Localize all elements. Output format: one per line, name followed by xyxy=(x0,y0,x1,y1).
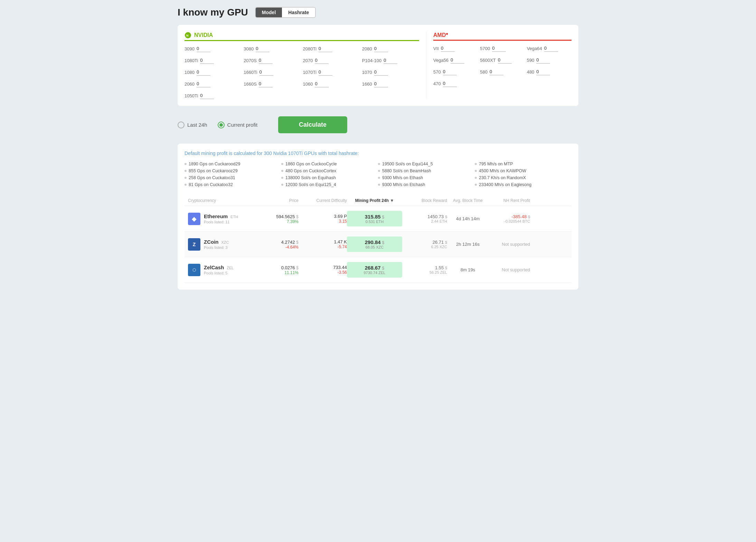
profit-col: 268.67 $ 9730.74 ZEL xyxy=(347,262,402,278)
gpu-input[interactable] xyxy=(536,57,550,64)
gpu-input[interactable] xyxy=(492,45,506,52)
gpu-label: 1660 xyxy=(362,81,372,87)
gpu-input[interactable] xyxy=(197,45,210,52)
nvidia-brand-label: NVIDIA xyxy=(194,32,213,38)
gpu-input[interactable] xyxy=(315,57,329,64)
block-time-col: 8m 19s xyxy=(447,267,489,272)
gpu-input[interactable] xyxy=(498,57,512,64)
coin-details: ZelCash ZEL Pools listed: 5 xyxy=(204,264,234,275)
price-dollar: $ xyxy=(296,214,299,219)
coin-ticker: ZEL xyxy=(227,266,234,270)
table-header: Cryptocurrency Price Current Difficulty … xyxy=(185,195,571,206)
coin-details: Ethereum ETH Pools listed: 11 xyxy=(204,213,238,224)
hashrate-text: 4500 Mh/s on KAWPOW xyxy=(479,168,526,173)
hashrate-bullet xyxy=(281,184,283,186)
block-reward-value: 1.55 $ xyxy=(402,265,447,270)
last24h-option[interactable]: Last 24h xyxy=(178,122,207,128)
gpu-input[interactable] xyxy=(544,45,558,52)
hashrate-bullet xyxy=(475,163,477,165)
amd-gpu-item: Vega56 xyxy=(433,57,478,64)
coin-pools: Pools listed: 11 xyxy=(204,220,238,224)
difficulty-change: -3.56 xyxy=(299,270,347,275)
block-time-col: 2h 12m 16s xyxy=(447,242,489,247)
header-price: Price xyxy=(264,198,299,203)
gpu-input[interactable] xyxy=(197,80,210,87)
gpu-input[interactable] xyxy=(256,45,270,52)
gpu-input[interactable] xyxy=(490,68,503,75)
hashrate-bullet xyxy=(378,177,380,179)
price-value: 0.0276 xyxy=(281,265,295,270)
gpu-input[interactable] xyxy=(374,69,388,76)
nvidia-gpu-item: 1080 xyxy=(185,69,242,76)
gpu-label: 1070 xyxy=(362,70,372,75)
hashrate-item: 138000 Sol/s on Equihash xyxy=(281,175,378,180)
gpu-input[interactable] xyxy=(259,80,273,87)
mode-toggle[interactable]: Model Hashrate xyxy=(255,7,316,18)
profit-dollar: $ xyxy=(382,240,385,245)
gpu-input[interactable] xyxy=(319,69,332,76)
nvidia-header: N NVIDIA xyxy=(185,32,419,41)
gpu-input[interactable] xyxy=(384,57,397,64)
gpu-input[interactable] xyxy=(319,45,332,52)
profit-value: 315.85 xyxy=(365,214,381,220)
difficulty-col: 3.69 P 3.15 xyxy=(299,214,347,224)
gpu-input[interactable] xyxy=(451,57,464,64)
gpu-input[interactable] xyxy=(441,45,455,52)
price-value: 4.2742 xyxy=(281,240,295,245)
gpu-label: 1080Ti xyxy=(185,58,198,63)
price-change: -4.64% xyxy=(264,245,299,250)
price-value: 594.5625 xyxy=(276,214,295,219)
gpu-label: 570 xyxy=(433,69,441,75)
block-time-col: 4d 14h 14m xyxy=(447,216,489,221)
gpu-input[interactable] xyxy=(374,80,388,87)
hashrate-bullet xyxy=(378,163,380,165)
gpu-input[interactable] xyxy=(197,69,210,76)
nvidia-panel: N NVIDIA 3090 3080 2080Ti 2080 1080Ti 20… xyxy=(185,32,426,99)
table-row[interactable]: ◆ Ethereum ETH Pools listed: 11 594.5625… xyxy=(185,206,571,232)
gpu-input[interactable] xyxy=(200,57,214,64)
hashrate-text: 480 Gps on CuckooCortex xyxy=(285,168,336,173)
coin-info: ⬡ ZelCash ZEL Pools listed: 5 xyxy=(188,264,264,276)
table-row[interactable]: ⬡ ZelCash ZEL Pools listed: 5 0.0276 $ 1… xyxy=(185,257,571,283)
header-difficulty: Current Difficulty xyxy=(299,198,347,203)
block-reward-value: 26.71 $ xyxy=(402,240,447,245)
hashrate-text: 230.7 Kh/s on RandomX xyxy=(479,175,526,180)
last24h-label: Last 24h xyxy=(187,122,207,128)
gpu-input[interactable] xyxy=(259,69,273,76)
nh-profit-value: Not supported xyxy=(489,242,530,247)
hashrate-item: 233400 Mh/s on Eaglesong xyxy=(475,182,571,187)
hashrate-bullet xyxy=(185,163,187,165)
gpu-input[interactable] xyxy=(443,68,457,75)
zel-icon: ⬡ xyxy=(188,264,200,276)
gpu-label: 2080 xyxy=(362,46,372,51)
current-profit-option[interactable]: Current profit xyxy=(218,122,258,128)
gpu-label: Vega64 xyxy=(527,46,542,51)
gpu-input[interactable] xyxy=(259,57,273,64)
hashrate-text: 12030 Sol/s on Equi125_4 xyxy=(285,182,336,187)
coin-ticker: XZC xyxy=(221,240,229,244)
current-profit-radio[interactable] xyxy=(218,122,225,128)
profit-dollar: $ xyxy=(382,266,385,271)
gpu-label: 2070S xyxy=(244,58,257,63)
gpu-input[interactable] xyxy=(374,45,388,52)
amd-gpu-item: VII xyxy=(433,45,478,52)
nvidia-gpu-item: 1070 xyxy=(362,69,419,76)
hashrate-text: 19500 Sol/s on Equi144_5 xyxy=(382,162,433,166)
calculate-button[interactable]: Calculate xyxy=(278,116,347,133)
hashrate-item: 1890 Gps on Cuckarood29 xyxy=(185,162,281,166)
model-toggle-btn[interactable]: Model xyxy=(256,8,282,17)
block-reward-sub: 2.44 ETH xyxy=(402,219,447,223)
table-row[interactable]: Z ZCoin XZC Pools listed: 3 4.2742 $ -4.… xyxy=(185,232,571,257)
hashrate-text: 795 Mh/s on MTP xyxy=(479,162,513,166)
last24h-radio[interactable] xyxy=(178,122,185,128)
gpu-input[interactable] xyxy=(200,92,214,99)
hashrate-bullet xyxy=(185,177,187,179)
hashrate-toggle-btn[interactable]: Hashrate xyxy=(282,8,315,17)
nvidia-gpu-item: 3080 xyxy=(244,45,301,52)
difficulty-col: 1.47 K -5.74 xyxy=(299,239,347,249)
gpu-input[interactable] xyxy=(315,80,329,87)
gpu-input[interactable] xyxy=(443,80,457,87)
gpu-input[interactable] xyxy=(536,68,550,75)
hashrate-bullet xyxy=(378,170,380,172)
nvidia-gpu-item: 1080Ti xyxy=(185,57,242,64)
